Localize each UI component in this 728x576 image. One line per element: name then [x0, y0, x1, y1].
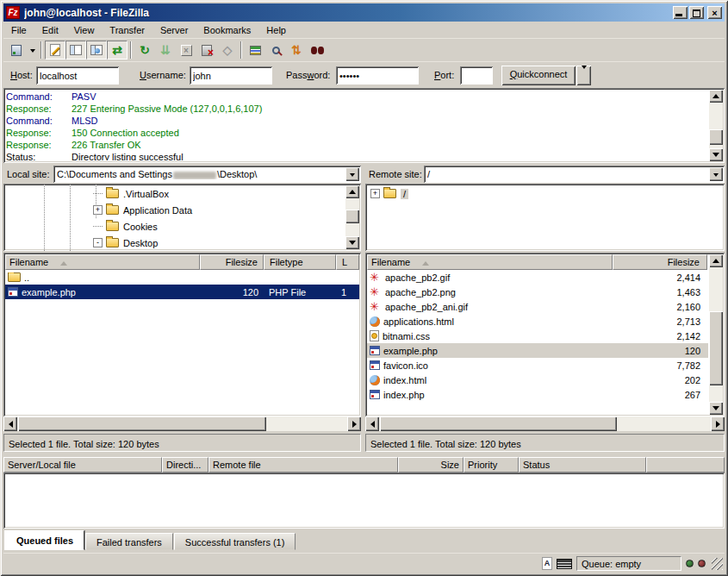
file-row-example-php[interactable]: example.php120 [367, 343, 708, 358]
scroll-left-button[interactable] [365, 416, 379, 431]
local-hscrollbar[interactable] [3, 416, 361, 431]
scroll-thumb[interactable] [380, 416, 617, 431]
menu-file[interactable]: File [3, 23, 34, 37]
menu-edit[interactable]: Edit [34, 23, 66, 37]
remote-list-scrollbar[interactable] [709, 254, 723, 415]
reconnect-button[interactable]: ◇ [217, 41, 238, 59]
file-row-parent-dir[interactable]: .. [5, 270, 359, 285]
column-header-filename[interactable]: Filename [367, 254, 613, 270]
queue-column-remote-file[interactable]: Remote file [208, 457, 398, 473]
directory-comparison-button[interactable] [265, 41, 286, 59]
column-header-lastmodified[interactable]: L [336, 254, 359, 270]
find-files-button[interactable] [307, 41, 327, 59]
file-row[interactable]: apache_pb2.png1,463 [367, 285, 708, 299]
file-row[interactable]: bitnami.css2,142 [367, 329, 708, 343]
log-scrollbar[interactable] [709, 90, 723, 161]
host-input[interactable] [36, 66, 119, 85]
expand-plus-icon[interactable] [93, 205, 103, 215]
close-button[interactable] [707, 6, 722, 19]
menu-server[interactable]: Server [152, 23, 196, 37]
file-row[interactable]: apache_pb2_ani.gif2,160 [367, 299, 708, 314]
scroll-down-button[interactable] [345, 236, 359, 249]
cancel-operation-button[interactable] [176, 41, 196, 59]
file-row[interactable]: index.html202 [367, 373, 708, 387]
file-row-example-php[interactable]: example.php 120 PHP File 1 [5, 285, 359, 299]
scroll-down-button[interactable] [709, 148, 723, 161]
queue-column-server-local[interactable]: Server/Local file [3, 457, 162, 473]
filter-button[interactable] [245, 41, 265, 59]
queue-status-box: Queue: empty [576, 556, 681, 571]
minimize-button[interactable] [673, 6, 688, 19]
tree-item-desktop[interactable]: Desktop [3, 235, 344, 251]
refresh-button[interactable]: ↻ [134, 41, 155, 59]
scroll-thumb[interactable] [18, 416, 266, 431]
menu-bar: File Edit View Transfer Server Bookmarks… [3, 22, 725, 38]
column-header-filesize[interactable]: Filesize [613, 254, 707, 270]
column-header-filesize[interactable]: Filesize [200, 254, 264, 270]
local-tree-scrollbar[interactable] [345, 185, 359, 249]
tab-failed-transfers[interactable]: Failed transfers [85, 533, 173, 550]
tree-item-root[interactable]: / [365, 185, 721, 202]
menu-bookmarks[interactable]: Bookmarks [196, 23, 258, 37]
queue-column-direction[interactable]: Directi... [162, 457, 208, 473]
php-file-icon [370, 346, 380, 355]
menu-help[interactable]: Help [258, 23, 294, 37]
remote-path-combo[interactable]: / [424, 166, 725, 183]
queue-column-size[interactable]: Size [398, 457, 464, 473]
quickconnect-dropdown[interactable] [576, 66, 591, 85]
collapse-minus-icon[interactable] [93, 238, 103, 247]
remote-hscrollbar[interactable] [365, 416, 725, 431]
file-row[interactable]: applications.html2,713 [367, 314, 708, 329]
site-manager-button[interactable] [6, 41, 27, 59]
local-path-dropdown[interactable] [345, 167, 359, 181]
port-input[interactable] [460, 66, 493, 85]
toggle-local-tree-button[interactable] [65, 41, 86, 59]
menu-view[interactable]: View [66, 23, 103, 37]
scroll-up-button[interactable] [345, 185, 359, 198]
scroll-right-button[interactable] [347, 416, 361, 431]
username-input[interactable] [190, 66, 272, 85]
remote-path-dropdown[interactable] [709, 167, 723, 181]
log-line: Response:150 Connection accepted [6, 127, 707, 139]
arrow-down-icon [712, 153, 719, 160]
tree-item-virtualbox[interactable]: .VirtualBox [3, 185, 344, 202]
speed-limit-icon[interactable] [557, 559, 572, 569]
expand-plus-icon[interactable] [370, 189, 380, 198]
tree-item-cookies[interactable]: Cookies [3, 218, 344, 235]
scroll-thumb[interactable] [709, 311, 723, 385]
tab-queued-files[interactable]: Queued files [5, 530, 84, 550]
scroll-up-button[interactable] [709, 90, 723, 103]
site-manager-dropdown[interactable] [27, 41, 38, 59]
column-header-filetype[interactable]: Filetype [264, 254, 336, 270]
toggle-remote-tree-button[interactable] [86, 41, 107, 59]
scroll-down-button[interactable] [709, 402, 723, 415]
file-row[interactable]: index.php267 [367, 387, 708, 402]
synchronized-browsing-button[interactable]: ⇅ [286, 41, 307, 59]
queue-column-priority[interactable]: Priority [464, 457, 519, 473]
transfer-type-ascii-icon[interactable] [542, 557, 552, 570]
disconnect-button[interactable] [196, 41, 217, 59]
resize-grip[interactable] [712, 558, 723, 570]
file-row[interactable]: favicon.ico7,782 [367, 358, 708, 373]
toggle-queue-button[interactable]: ⇄ [107, 41, 128, 59]
menu-transfer[interactable]: Transfer [102, 23, 152, 37]
title-bar[interactable]: john@localhost - FileZilla [3, 3, 725, 22]
scroll-left-button[interactable] [3, 416, 17, 431]
scroll-up-button[interactable] [709, 254, 723, 267]
password-input[interactable] [336, 66, 419, 85]
process-queue-button[interactable]: ⇊ [155, 41, 176, 59]
html-file-icon [370, 316, 380, 327]
maximize-button[interactable] [689, 6, 704, 19]
file-row[interactable]: apache_pb2.gif2,414 [367, 270, 708, 285]
scroll-right-button[interactable] [711, 416, 725, 431]
scroll-thumb[interactable] [345, 210, 359, 223]
toggle-log-button[interactable] [45, 41, 65, 59]
local-path-combo[interactable]: C:\Documents and Settings\Desktop\ [53, 166, 361, 183]
column-header-filename[interactable]: Filename [5, 254, 200, 270]
minimize-icon [675, 14, 682, 16]
scroll-thumb[interactable] [709, 129, 723, 145]
tree-item-application-data[interactable]: Application Data [3, 202, 344, 218]
tab-successful-transfers[interactable]: Successful transfers (1) [174, 533, 296, 550]
quickconnect-button[interactable]: Quickconnect [501, 66, 576, 85]
queue-column-status[interactable]: Status [519, 457, 646, 473]
